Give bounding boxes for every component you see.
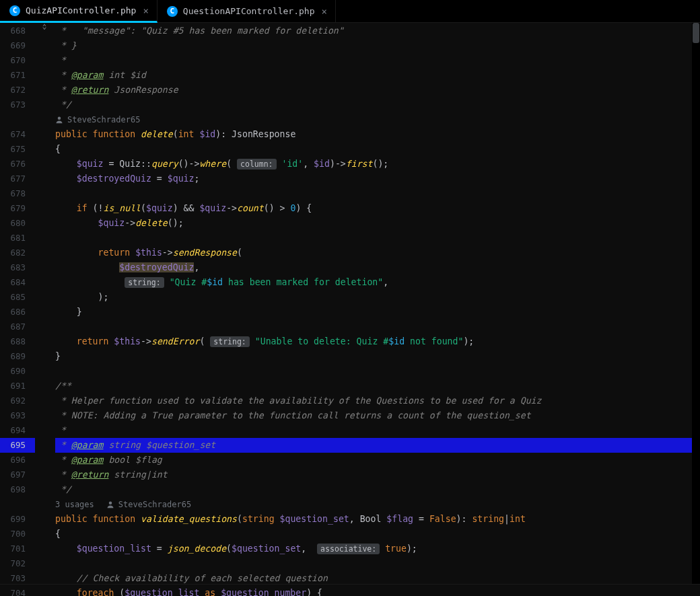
line-number: 701 [0,542,35,556]
line-number: 677 [0,172,35,186]
line-number: 673 [0,98,35,112]
code-line[interactable]: $destroyedQuiz = $quiz; [55,172,700,186]
line-number: 694 [0,423,35,438]
close-icon[interactable]: × [320,7,328,16]
code-line[interactable]: * @param bool $flag [55,453,700,468]
code-line[interactable]: { [55,142,700,157]
line-number: 686 [0,305,35,320]
code-line[interactable]: * [55,423,700,438]
close-icon[interactable]: × [141,6,149,15]
line-number: 670 [0,53,35,68]
code-line[interactable]: */ [55,482,700,497]
line-number: 695 [0,438,35,453]
fold-column: ⌵⌄⌄⌃⌃⌃⌵⌄ [35,23,55,584]
code-line[interactable]: * @return JsonResponse [55,83,700,98]
line-number: 683 [0,260,35,275]
line-number: 696 [0,453,35,468]
line-number: 689 [0,349,35,364]
code-line[interactable]: * "message": "Quiz #5 has been marked fo… [55,24,700,38]
code-line[interactable]: $destroyedQuiz, [55,260,700,275]
line-number: 682 [0,246,35,260]
code-line[interactable] [55,556,700,571]
tab-bar: C QuizAPIController.php × C QuestionAPIC… [0,0,700,23]
code-line[interactable]: $quiz->delete(); [55,216,700,231]
line-number [0,112,35,127]
code-line[interactable] [55,364,700,379]
code-line[interactable]: string: "Quiz #$id has been marked for d… [55,275,700,290]
vertical-scrollbar[interactable] [692,23,700,584]
line-number: 687 [0,320,35,334]
code-line[interactable]: /** [55,379,700,394]
code-line[interactable]: $quiz = Quiz::query()->where( column: 'i… [55,157,700,172]
tab-label: QuestionAPIController.php [183,6,315,16]
php-class-icon: C [167,6,178,17]
line-number: 672 [0,83,35,98]
editor: 6686696706716726736746756766776786796806… [0,23,700,584]
line-number: 693 [0,408,35,423]
tab-quiz-api[interactable]: C QuizAPIController.php × [0,0,158,23]
code-line[interactable]: * @return string|int [55,468,700,482]
line-number: 671 [0,68,35,83]
code-line[interactable]: * @param string $question_set [55,438,700,453]
code-line[interactable]: if (!is_null($quiz) && $quiz->count() > … [55,201,700,216]
svg-point-0 [58,117,61,120]
code-line[interactable]: * Helper function used to validate the a… [55,394,700,408]
line-number: 684 [0,275,35,290]
tab-question-api[interactable]: C QuestionAPIController.php × [158,0,336,22]
line-number: 675 [0,142,35,157]
code-line[interactable]: * [55,53,700,68]
line-number: 680 [0,216,35,231]
code-line[interactable]: ); [55,290,700,305]
line-number: 700 [0,527,35,542]
code-line[interactable]: foreach ($question_list as $question_num… [55,586,700,596]
code-area[interactable]: * "message": "Quiz #5 has been marked fo… [55,23,700,584]
line-number: 698 [0,482,35,497]
code-line[interactable] [55,231,700,246]
code-line[interactable]: } [55,305,700,320]
code-line[interactable]: return $this->sendResponse( [55,246,700,260]
line-number: 699 [0,512,35,527]
line-number-gutter: 6686696706716726736746756766776786796806… [0,23,35,584]
code-line[interactable]: $question_list = json_decode($question_s… [55,542,700,556]
scrollbar-thumb[interactable] [693,23,699,43]
code-line[interactable]: */ [55,98,700,112]
line-number: 669 [0,38,35,53]
line-number: 679 [0,201,35,216]
line-number: 703 [0,571,35,586]
tab-label: QuizAPIController.php [26,5,136,15]
line-number: 702 [0,556,35,571]
code-line[interactable]: { [55,527,700,542]
code-line[interactable]: public function validate_questions(strin… [55,512,700,527]
line-number: 697 [0,468,35,482]
code-line[interactable]: } [55,349,700,364]
svg-point-1 [109,502,112,505]
line-number: 681 [0,231,35,246]
code-line[interactable]: // Check availability of each selected q… [55,571,700,586]
line-number [0,497,35,512]
line-number: 668 [0,24,35,38]
code-line[interactable]: public function delete(int $id): JsonRes… [55,127,700,142]
fold-toggle-icon[interactable]: ⌄ [40,23,48,31]
line-number: 678 [0,186,35,201]
php-class-icon: C [9,5,20,16]
code-line[interactable]: return $this->sendError( string: "Unable… [55,334,700,349]
line-number: 692 [0,394,35,408]
code-line[interactable] [55,186,700,201]
line-number: 691 [0,379,35,394]
line-number: 676 [0,157,35,172]
code-line[interactable] [55,320,700,334]
line-number: 685 [0,290,35,305]
line-number: 690 [0,364,35,379]
line-number: 674 [0,127,35,142]
code-line[interactable]: * @param int $id [55,68,700,83]
line-number: 688 [0,334,35,349]
code-line[interactable]: * } [55,38,700,53]
line-number: 704 [0,586,35,596]
code-line[interactable]: * NOTE: Adding a True parameter to the f… [55,408,700,423]
